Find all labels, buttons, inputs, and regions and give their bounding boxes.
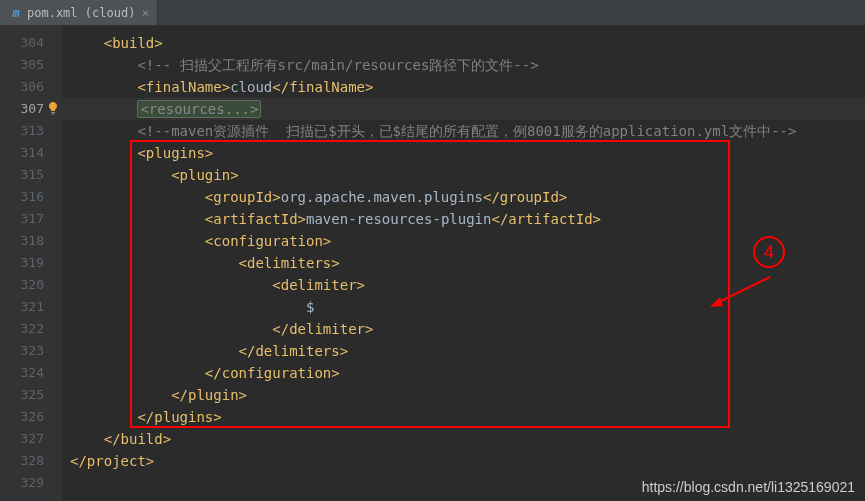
code-line-active: <resources...>	[62, 98, 865, 120]
editor-area: 304 305 306 307 313 314 315 316 317 318 …	[0, 26, 865, 501]
line-number: 313	[0, 120, 62, 142]
line-number: 307	[0, 98, 62, 120]
code-line: <groupId>org.apache.maven.plugins</group…	[62, 186, 865, 208]
line-number: 318	[0, 230, 62, 252]
line-number: 316	[0, 186, 62, 208]
line-number: 304	[0, 32, 62, 54]
code-line: <!-- 扫描父工程所有src/main/resources路径下的文件-->	[62, 54, 865, 76]
line-number: 306	[0, 76, 62, 98]
maven-file-icon: m	[8, 6, 22, 20]
line-number: 319	[0, 252, 62, 274]
code-line: </plugin>	[62, 384, 865, 406]
line-number: 324	[0, 362, 62, 384]
svg-line-4	[715, 277, 770, 304]
line-number: 326	[0, 406, 62, 428]
line-number: 329	[0, 472, 62, 494]
line-number: 315	[0, 164, 62, 186]
line-number: 321	[0, 296, 62, 318]
svg-marker-5	[710, 297, 723, 307]
code-line: </configuration>	[62, 362, 865, 384]
code-line: <configuration>	[62, 230, 865, 252]
line-number: 327	[0, 428, 62, 450]
svg-rect-1	[52, 114, 55, 115]
code-line: </delimiter>	[62, 318, 865, 340]
code-line: <delimiters>	[62, 252, 865, 274]
tab-filename: pom.xml (cloud)	[27, 6, 135, 20]
close-icon[interactable]: ×	[141, 5, 149, 20]
svg-rect-0	[51, 112, 55, 113]
code-line: <artifactId>maven-resources-plugin</arti…	[62, 208, 865, 230]
code-content[interactable]: <build> <!-- 扫描父工程所有src/main/resources路径…	[62, 26, 865, 501]
line-number: 322	[0, 318, 62, 340]
line-number: 323	[0, 340, 62, 362]
line-number: 317	[0, 208, 62, 230]
code-line: </build>	[62, 428, 865, 450]
tab-bar: m pom.xml (cloud) ×	[0, 0, 865, 26]
line-number: 320	[0, 274, 62, 296]
code-line: </project>	[62, 450, 865, 472]
line-number: 328	[0, 450, 62, 472]
code-line: </delimiters>	[62, 340, 865, 362]
code-line: <finalName>cloud</finalName>	[62, 76, 865, 98]
line-number: 325	[0, 384, 62, 406]
annotation-number: 4	[764, 242, 774, 263]
code-line: </plugins>	[62, 406, 865, 428]
code-line: <plugins>	[62, 142, 865, 164]
file-tab[interactable]: m pom.xml (cloud) ×	[0, 0, 158, 25]
annotation-circle: 4	[753, 236, 785, 268]
code-line: <build>	[62, 32, 865, 54]
lightbulb-icon[interactable]	[46, 100, 60, 114]
code-line: <plugin>	[62, 164, 865, 186]
annotation-arrow-icon	[705, 272, 775, 312]
code-line: <!--maven资源插件 扫描已$开头，已$结尾的所有配置，例8001服务的a…	[62, 120, 865, 142]
line-number: 305	[0, 54, 62, 76]
line-number: 314	[0, 142, 62, 164]
watermark-text: https://blog.csdn.net/li1325169021	[642, 479, 855, 495]
line-gutter: 304 305 306 307 313 314 315 316 317 318 …	[0, 26, 62, 501]
